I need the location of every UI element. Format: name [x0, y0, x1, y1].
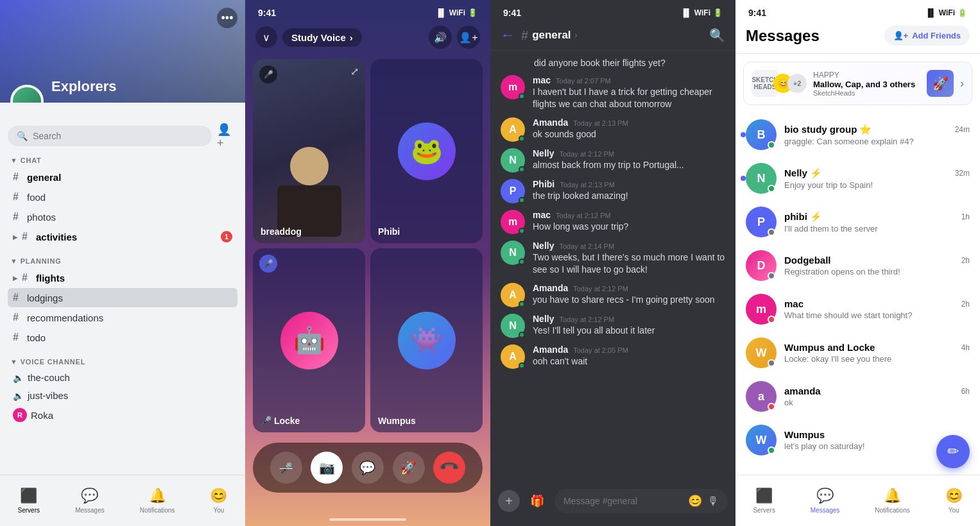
microphone-button[interactable]: 🎙 — [707, 495, 719, 508]
message-input[interactable]: Message #general 😊 🎙 — [554, 489, 728, 513]
search-box[interactable]: 🔍 Search — [8, 126, 212, 146]
message-item[interactable]: W Wumpus and Locke 4h Locke: okay I'll s… — [735, 331, 980, 375]
author-row: Nelly Today at 2:12 PM — [533, 314, 725, 324]
message-item[interactable]: N Nelly ⚡ 32m Enjoy your trip to Spain! — [735, 157, 980, 200]
message-item[interactable]: B bio study group ⭐ 24m graggle: Can som… — [735, 113, 980, 157]
channel-pill[interactable]: Study Voice › — [282, 28, 362, 47]
message-header: bio study group ⭐ 24m — [784, 124, 970, 135]
voice-channel-roka[interactable]: R Roka — [8, 405, 237, 425]
nav-notifications[interactable]: 🔔 Notifications — [130, 482, 185, 519]
compose-button[interactable]: ✏ — [936, 435, 970, 468]
message-item[interactable]: a amanda 6h ok — [735, 375, 980, 418]
message-content: Dodgeball 2h Registration opens on the t… — [784, 255, 970, 276]
status-dot — [768, 228, 775, 236]
channel-food[interactable]: # food — [8, 187, 237, 207]
channel-flights[interactable]: ▶ # flights — [8, 268, 237, 287]
channel-photos[interactable]: # photos — [8, 207, 237, 226]
messages-list[interactable]: B bio study group ⭐ 24m graggle: Can som… — [735, 113, 980, 475]
chat-message: A Amanda Today at 2:13 PM ok sounds good — [490, 115, 735, 144]
nav-you[interactable]: 😊 You — [935, 482, 973, 519]
status-dot — [768, 359, 775, 367]
participant-wumpus[interactable]: 👾 Wumpus — [370, 248, 483, 432]
signal-icon: ▐▌ — [436, 8, 447, 17]
nav-you[interactable]: 😊 You — [200, 482, 237, 519]
message-text: the trip looked amazing! — [533, 190, 725, 203]
nav-servers[interactable]: ⬛ Servers — [743, 482, 785, 519]
chat-section-header[interactable]: ▼ CHAT — [8, 154, 237, 167]
rocket-button[interactable]: 🚀 — [393, 452, 425, 484]
add-user-button[interactable]: 👤+ — [457, 26, 480, 49]
participant-phibi[interactable]: 🐸 Phibi — [370, 59, 483, 243]
status-time: 9:41 — [748, 8, 766, 18]
status-dot — [519, 166, 525, 173]
avatar: a — [746, 381, 777, 412]
nav-messages[interactable]: 💬 Messages — [65, 482, 115, 519]
chat-button[interactable]: 💬 — [352, 452, 384, 484]
channel-name: flights — [36, 273, 232, 284]
you-icon: 😊 — [945, 488, 963, 504]
voice-label: VOICE CHANNEL — [21, 358, 85, 366]
channel-hash-icon: # — [13, 332, 23, 343]
message-sender: Nelly ⚡ — [784, 167, 822, 179]
panel1-bottom-nav: ⬛ Servers 💬 Messages 🔔 Notifications 😊 Y… — [0, 475, 245, 526]
participant-locke[interactable]: 🤖 🎤 🎤 Locke — [253, 248, 365, 432]
message-time: 2h — [961, 300, 970, 309]
home-indicator — [329, 518, 406, 521]
you-icon: 😊 — [210, 488, 227, 504]
back-button[interactable]: ← — [501, 27, 515, 44]
planning-section-header[interactable]: ▼ PLANNING — [8, 255, 237, 267]
voice-channel-the-couch[interactable]: 🔈 the-couch — [8, 369, 237, 386]
channel-todo[interactable]: # todo — [8, 328, 237, 347]
message-time: Today at 2:05 PM — [573, 346, 628, 354]
avatar: W — [746, 337, 777, 368]
status-dot — [768, 141, 775, 149]
server-menu-button[interactable]: ••• — [217, 8, 237, 28]
channel-name: photos — [27, 212, 232, 223]
chat-header: ← # general › 🔍 — [490, 21, 735, 51]
channel-collapse-icon: ▶ — [13, 233, 18, 241]
nav-notifications[interactable]: 🔔 Notifications — [864, 482, 920, 519]
message-item[interactable]: D Dodgeball 2h Registration opens on the… — [735, 244, 980, 287]
message-input-bar: + 🎁 Message #general 😊 🎙 — [490, 484, 735, 526]
mute-icon: 🎤 — [280, 462, 293, 474]
nav-servers[interactable]: ⬛ Servers — [8, 482, 50, 519]
channel-lodgings[interactable]: # lodgings — [8, 288, 237, 307]
phone-icon: 📞 — [438, 457, 461, 479]
banner-title: Mallow, Cap, and 3 others — [813, 80, 918, 89]
channel-general[interactable]: # general — [8, 167, 237, 187]
gift-button[interactable]: 🎁 — [526, 490, 548, 512]
voice-channel-name: Roka — [31, 410, 53, 421]
add-friends-button[interactable]: 👤+ Add Friends — [884, 26, 970, 46]
participant-breaddog[interactable]: 🎤 ⤢ breaddog — [253, 59, 365, 243]
mute-button[interactable]: 🎤 — [270, 452, 302, 484]
nitro-banner[interactable]: SKETCHHEADS 😊 +2 HAPPY Mallow, Cap, and … — [743, 62, 972, 105]
message-time: Today at 2:07 PM — [556, 77, 611, 85]
speaker-icon: 🔈 — [13, 391, 24, 401]
emoji-button[interactable]: 😊 — [688, 494, 702, 508]
message-preview: I'll add them to the server — [784, 224, 970, 233]
chat-icon: 💬 — [359, 460, 375, 475]
search-button[interactable]: 🔍 — [709, 28, 725, 43]
voice-channel-just-vibes[interactable]: 🔈 just-vibes — [8, 387, 237, 404]
author-row: Amanda Today at 2:12 PM — [533, 283, 725, 293]
add-button[interactable]: + — [498, 490, 520, 512]
voice-section-header[interactable]: ▼ VOICE CHANNEL — [8, 355, 237, 368]
signal-icon: ▐▌ — [681, 8, 692, 17]
message-item[interactable]: m mac 2h What time should we start tonig… — [735, 287, 980, 331]
nav-messages[interactable]: 💬 Messages — [800, 482, 850, 519]
hangup-button[interactable]: 📞 — [427, 445, 472, 491]
speaker-button[interactable]: 🔊 — [429, 26, 452, 49]
server-name: Explorers — [51, 78, 117, 95]
status-dot — [519, 362, 525, 369]
message-preview: Locke: okay I'll see you there — [784, 354, 970, 364]
add-member-button[interactable]: 👤+ — [217, 126, 237, 146]
camera-button[interactable]: 📷 — [311, 452, 343, 484]
channel-recommendations[interactable]: # recommendations — [8, 308, 237, 327]
chat-messages-list[interactable]: did anyone book their flights yet? m mac… — [490, 51, 735, 484]
status-icons: ▐▌ WiFi 🔋 — [681, 8, 723, 17]
channel-activities[interactable]: ▶ # activities 1 — [8, 227, 237, 246]
channel-name: todo — [27, 332, 232, 343]
back-button[interactable]: ∨ — [255, 26, 277, 48]
message-item[interactable]: P phibi ⚡ 1h I'll add them to the server — [735, 200, 980, 244]
avatar: N — [746, 163, 777, 194]
